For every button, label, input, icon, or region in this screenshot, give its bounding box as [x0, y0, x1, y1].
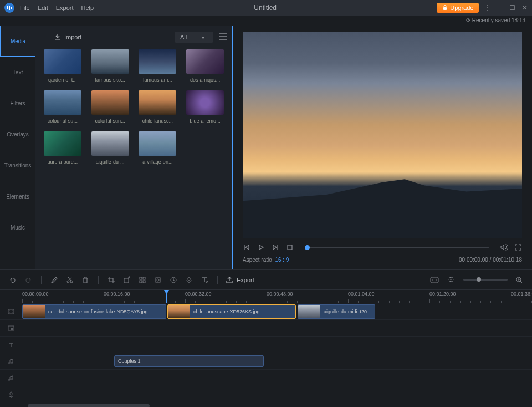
timeline-area: Export 00:00:00.0000:00:16.0000:00:32.00… [0, 269, 532, 407]
video-track-icon [8, 308, 14, 315]
record-button[interactable] [153, 275, 163, 285]
crop-button[interactable] [106, 275, 116, 285]
export-button[interactable]: Export [226, 276, 254, 284]
menu-edit[interactable]: Edit [38, 4, 48, 11]
track-header-video[interactable] [0, 303, 22, 319]
media-item[interactable]: colourful-su... [41, 90, 84, 124]
aspect-ratio[interactable]: Aspect ratio 16 : 9 [243, 257, 289, 263]
audio-track-2[interactable] [0, 370, 532, 386]
menu-export[interactable]: Export [56, 4, 74, 11]
volume-button[interactable] [500, 243, 508, 251]
media-item[interactable]: aiquille-du-... [89, 131, 132, 165]
media-item[interactable]: colorful-sun... [89, 90, 132, 124]
text-track[interactable] [0, 337, 532, 353]
mic-button[interactable] [184, 275, 194, 285]
cut-button[interactable] [65, 275, 75, 285]
audio-track-1[interactable]: Couples 1 [0, 353, 532, 370]
media-item[interactable]: a-villaqe-on... [136, 131, 180, 165]
timeline-clip[interactable]: chile-landscape-XD526KS.jpg [167, 304, 296, 319]
fit-button[interactable] [429, 276, 440, 284]
svg-rect-3 [443, 7, 447, 10]
prev-frame-button[interactable] [243, 243, 250, 251]
pip-track[interactable] [0, 320, 532, 337]
track-header-audio[interactable] [0, 353, 22, 369]
media-panel: Import All qarden-of-t... famous-sko... … [35, 26, 233, 269]
svg-rect-4 [288, 245, 292, 250]
voice-track[interactable] [0, 386, 532, 403]
svg-rect-15 [188, 277, 190, 281]
media-item[interactable]: blue-anemo... [183, 90, 227, 124]
mic-track-icon [8, 391, 14, 398]
track-header-pip[interactable] [0, 320, 22, 336]
close-button[interactable]: ✕ [522, 4, 528, 12]
pip-track-icon [8, 325, 14, 332]
timeline-scrollbar[interactable] [0, 403, 532, 407]
track-header-text[interactable] [0, 337, 22, 353]
sidebar-item-elements[interactable]: Elements [0, 181, 35, 212]
add-button[interactable] [122, 275, 132, 285]
import-button[interactable]: Import [54, 34, 81, 40]
preview-video[interactable] [243, 32, 522, 238]
list-view-icon[interactable] [219, 33, 227, 41]
svg-point-23 [12, 310, 13, 311]
svg-rect-27 [10, 392, 12, 395]
edit-button[interactable] [49, 275, 59, 285]
zoom-slider[interactable] [463, 279, 508, 281]
fullscreen-button[interactable] [514, 243, 522, 251]
media-thumbnail [139, 131, 176, 156]
zoom-in-button[interactable] [514, 275, 524, 285]
menu-file[interactable]: File [20, 4, 30, 11]
timeline-audio-clip[interactable]: Couples 1 [114, 355, 264, 367]
svg-rect-26 [11, 328, 13, 330]
sidebar-item-filters[interactable]: Filters [0, 88, 35, 119]
video-track[interactable]: colorful-sunrise-on-fusine-lake-ND5QAY8.… [0, 303, 532, 320]
media-item[interactable]: chile-landsc... [136, 90, 180, 124]
sidebar-item-media[interactable]: Media [0, 26, 35, 57]
media-item[interactable]: famous-sko... [89, 49, 132, 83]
svg-rect-0 [7, 6, 8, 9]
svg-rect-10 [140, 281, 142, 283]
timeline-clip[interactable]: aiguille-du-midi_t20 [298, 304, 375, 319]
zoom-out-button[interactable] [447, 275, 457, 285]
media-item[interactable]: dos-amiqos... [183, 49, 227, 83]
media-thumbnail [91, 49, 129, 74]
media-item[interactable]: aurora-bore... [41, 131, 84, 165]
media-item[interactable]: famous-am... [136, 49, 180, 83]
delete-button[interactable] [80, 275, 90, 285]
undo-button[interactable] [8, 275, 18, 285]
sidebar-item-transitions[interactable]: Transitions [0, 150, 35, 181]
maximize-button[interactable]: ☐ [509, 4, 515, 12]
sidebar-item-text[interactable]: Text [0, 57, 35, 88]
titlebar: File Edit Export Help Untitled Upgrade ⋮… [0, 0, 532, 16]
sidebar-item-overlays[interactable]: Overlays [0, 119, 35, 150]
timeline-ruler[interactable]: 00:00:00.0000:00:16.0000:00:32.0000:00:4… [0, 290, 532, 303]
preview-scrubber[interactable] [305, 247, 489, 248]
play-button[interactable] [257, 243, 265, 251]
svg-rect-7 [124, 278, 129, 283]
track-header-voice[interactable] [0, 386, 22, 403]
media-thumbnail [139, 90, 176, 115]
upgrade-button[interactable]: Upgrade [437, 3, 479, 13]
menu-help[interactable]: Help [81, 4, 94, 11]
redo-button[interactable] [23, 275, 33, 285]
text-track-icon [8, 342, 14, 348]
next-frame-button[interactable] [272, 243, 279, 251]
playhead[interactable] [166, 290, 167, 303]
svg-point-22 [9, 312, 9, 313]
media-thumbnail [139, 49, 176, 74]
grid-button[interactable] [137, 275, 147, 285]
svg-rect-9 [143, 277, 145, 279]
media-filter-select[interactable]: All [175, 32, 213, 43]
minimize-button[interactable]: ─ [498, 4, 503, 12]
text-tool-button[interactable] [200, 275, 209, 285]
music-track-icon [8, 375, 14, 381]
timeline-clip[interactable]: colorful-sunrise-on-fusine-lake-ND5QAY8.… [22, 304, 166, 319]
media-item[interactable]: qarden-of-t... [41, 49, 84, 83]
more-icon[interactable]: ⋮ [484, 4, 491, 12]
speed-button[interactable] [168, 275, 178, 285]
stop-button[interactable] [286, 243, 294, 251]
track-header-audio[interactable] [0, 370, 22, 386]
sidebar-item-music[interactable]: Music [0, 212, 35, 243]
timeline-tracks: colorful-sunrise-on-fusine-lake-ND5QAY8.… [0, 303, 532, 403]
media-thumbnail [44, 90, 81, 115]
